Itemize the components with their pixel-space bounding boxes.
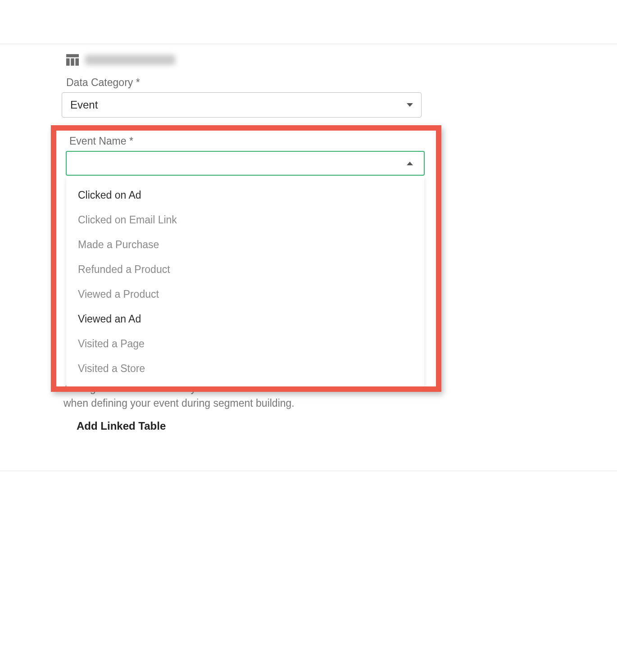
svg-rect-0	[66, 54, 79, 57]
table-name-redacted	[85, 55, 175, 65]
data-category-select[interactable]: Event	[62, 92, 422, 118]
event-option[interactable]: Clicked on Ad	[66, 183, 424, 208]
top-divider	[0, 44, 617, 44]
event-option[interactable]: Refunded a Product	[66, 257, 424, 282]
event-option[interactable]: Visited a Page	[66, 331, 424, 356]
event-name-label: Event Name *	[69, 135, 426, 147]
table-icon	[66, 54, 79, 66]
add-linked-table-button[interactable]: Add Linked Table	[77, 420, 166, 432]
event-name-select[interactable]	[66, 151, 425, 176]
table-header-row	[66, 54, 422, 66]
svg-rect-2	[71, 59, 74, 66]
data-category-label: Data Category *	[66, 77, 422, 89]
data-category-value: Event	[70, 99, 98, 111]
event-option[interactable]: Made a Purchase	[66, 232, 424, 257]
svg-rect-1	[66, 59, 70, 66]
svg-rect-3	[75, 59, 79, 66]
chevron-down-icon	[407, 103, 413, 107]
event-option[interactable]: Clicked on Email Link	[66, 208, 424, 232]
event-name-dropdown: Clicked on AdClicked on Email LinkMade a…	[66, 177, 424, 387]
event-option[interactable]: Visited a Store	[66, 356, 424, 381]
event-option[interactable]: Viewed a Product	[66, 282, 424, 307]
event-option[interactable]: Viewed an Ad	[66, 307, 424, 331]
chevron-up-icon	[407, 162, 413, 165]
bottom-divider	[0, 471, 617, 471]
